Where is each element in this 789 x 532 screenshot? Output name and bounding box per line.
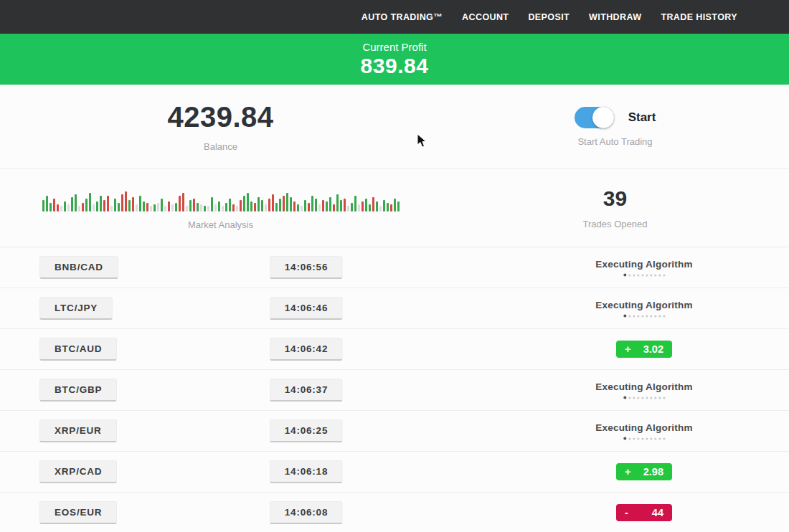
- market-bar: [96, 201, 98, 212]
- trade-row: BTC/GBP14:06:37Executing Algorithm: [0, 369, 789, 410]
- pair-chip[interactable]: XRP/CAD: [39, 460, 117, 483]
- progress-dot: [628, 274, 630, 276]
- progress-dot: [646, 437, 648, 440]
- market-bar: [225, 203, 227, 212]
- market-bar: [146, 203, 148, 212]
- market-bar: [258, 197, 260, 212]
- progress-dot: [641, 437, 643, 440]
- market-bar: [136, 204, 138, 212]
- market-bar: [275, 203, 278, 212]
- market-bar: [243, 196, 245, 212]
- trade-row: LTC/JPY14:06:46Executing Algorithm: [0, 288, 789, 328]
- time-chip[interactable]: 14:06:42: [270, 338, 343, 361]
- market-bar: [283, 196, 285, 212]
- nav-item-account[interactable]: ACCOUNT: [462, 12, 509, 22]
- progress-dots: [595, 315, 692, 318]
- market-bar: [132, 197, 134, 212]
- progress-dot: [623, 396, 626, 399]
- market-bar: [344, 199, 346, 212]
- progress-dot: [663, 315, 665, 317]
- time-chip[interactable]: 14:06:37: [270, 379, 343, 402]
- market-bar: [329, 197, 331, 212]
- time-chip[interactable]: 14:06:25: [270, 419, 343, 442]
- market-bar: [85, 199, 88, 212]
- progress-dot: [658, 315, 661, 317]
- market-bar: [128, 200, 131, 212]
- nav-item-withdraw[interactable]: WITHDRAW: [589, 12, 641, 22]
- market-bar: [46, 196, 48, 212]
- market-bar: [139, 196, 141, 212]
- result-amount: 2.98: [643, 466, 663, 478]
- market-bar: [261, 200, 263, 212]
- nav-item-deposit[interactable]: DEPOSIT: [528, 12, 570, 22]
- progress-dot: [637, 315, 639, 317]
- market-bar: [153, 204, 156, 212]
- market-bar: [340, 200, 342, 212]
- market-bar: [57, 204, 59, 212]
- market-bar: [311, 196, 313, 212]
- time-chip[interactable]: 14:06:56: [270, 256, 343, 279]
- progress-dot: [658, 437, 661, 440]
- market-bar: [49, 203, 52, 212]
- market-bar: [200, 204, 202, 212]
- progress-dot: [654, 437, 656, 440]
- market-bar: [71, 197, 73, 212]
- market-bar: [351, 203, 353, 212]
- market-bar: [93, 204, 95, 212]
- result-amount: 3.02: [643, 343, 663, 355]
- market-bar: [143, 201, 145, 212]
- nav-item-trade-history[interactable]: TRADE HISTORY: [661, 12, 737, 22]
- executing-algorithm-label: Executing Algorithm: [595, 422, 692, 433]
- balance-section: 4239.84 Balance Start Start Auto Trading: [0, 85, 789, 168]
- time-chip[interactable]: 14:06:18: [270, 460, 343, 483]
- progress-dot: [650, 315, 652, 317]
- progress-dot: [633, 396, 635, 399]
- trade-row: BNB/CAD14:06:56Executing Algorithm: [0, 247, 789, 288]
- progress-dot: [650, 396, 652, 399]
- time-chip[interactable]: 14:06:08: [270, 501, 343, 524]
- market-bar: [236, 206, 238, 212]
- market-bar: [250, 201, 252, 212]
- auto-trading-toggle[interactable]: [575, 107, 614, 128]
- market-bar: [53, 199, 55, 212]
- trade-row: EOS/EUR14:06:08-44: [0, 492, 789, 532]
- executing-algorithm-label: Executing Algorithm: [595, 300, 692, 310]
- market-bar: [164, 206, 166, 212]
- market-bar: [175, 203, 177, 212]
- market-bar: [75, 194, 77, 212]
- time-chip[interactable]: 14:06:46: [270, 297, 343, 320]
- market-bar: [333, 204, 335, 212]
- pair-chip[interactable]: LTC/JPY: [39, 297, 113, 320]
- market-bar: [182, 193, 184, 212]
- progress-dot: [641, 396, 643, 399]
- progress-dot: [654, 315, 656, 317]
- progress-dot: [663, 437, 665, 440]
- trade-row: BTC/AUD14:06:42+3.02: [0, 328, 789, 369]
- progress-dot: [663, 274, 665, 276]
- pair-chip[interactable]: XRP/EUR: [39, 419, 117, 442]
- market-bar: [222, 206, 224, 212]
- market-bar: [218, 201, 220, 212]
- pair-chip[interactable]: EOS/EUR: [39, 501, 117, 524]
- market-bar: [186, 206, 188, 212]
- progress-dot: [650, 437, 652, 440]
- profit-badge: +3.02: [616, 341, 672, 358]
- trades-opened-value: 39: [603, 186, 627, 211]
- progress-dot: [628, 396, 630, 399]
- market-bar: [387, 203, 389, 212]
- market-bar: [318, 204, 321, 212]
- trade-status: Executing Algorithm: [595, 300, 692, 318]
- market-bar: [110, 206, 113, 212]
- nav-item-auto-trading[interactable]: AUTO TRADING™: [362, 12, 443, 22]
- pair-chip[interactable]: BNB/CAD: [39, 256, 118, 279]
- pair-chip[interactable]: BTC/AUD: [39, 338, 117, 361]
- trade-status: Executing Algorithm: [595, 259, 692, 277]
- progress-dot: [628, 437, 630, 440]
- market-bar: [204, 206, 206, 212]
- progress-dot: [623, 315, 626, 318]
- pair-chip[interactable]: BTC/GBP: [39, 379, 117, 402]
- market-bar: [100, 196, 102, 212]
- market-bar: [383, 200, 385, 212]
- progress-dot: [633, 315, 635, 317]
- market-bar: [64, 201, 66, 212]
